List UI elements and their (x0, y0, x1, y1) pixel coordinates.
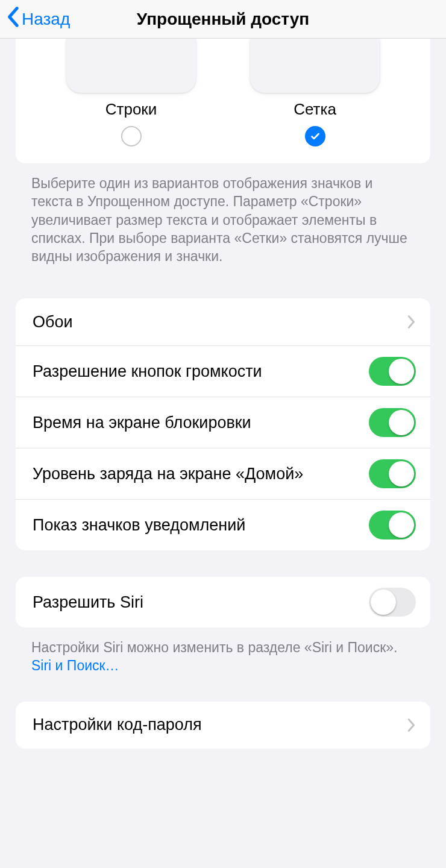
siri-settings-link[interactable]: Siri и Поиск… (31, 658, 119, 673)
layout-option-label: Строки (105, 100, 157, 119)
chevron-right-icon (407, 315, 416, 329)
layout-option-rows[interactable]: Строки (66, 39, 196, 146)
siri-group: Разрешить Siri (16, 577, 430, 627)
layout-option-label: Сетка (294, 100, 336, 119)
row-wallpaper[interactable]: Обои (16, 298, 430, 345)
layout-thumbnail-rows (66, 39, 196, 93)
layout-thumbnail-grid (250, 39, 380, 93)
back-label: Назад (22, 10, 70, 29)
radio-unchecked-icon[interactable] (121, 126, 142, 146)
layout-selector-footer: Выберите один из вариантов отображения з… (31, 174, 415, 266)
row-label: Настройки код-пароля (33, 715, 202, 734)
chevron-left-icon (6, 6, 19, 32)
row-label: Разрешить Siri (33, 593, 143, 612)
siri-footer: Настройки Siri можно изменить в разделе … (31, 638, 415, 675)
passcode-group: Настройки код-пароля (16, 702, 430, 749)
switch-notification-badges[interactable] (369, 511, 416, 539)
layout-selector-card: Строки Сетка (16, 39, 430, 163)
row-label: Разрешение кнопок громкости (33, 362, 262, 381)
row-label: Время на экране блокировки (33, 413, 251, 432)
row-notification-badges: Показ значков уведомлений (16, 499, 430, 550)
row-label: Уровень заряда на экране «Домой» (33, 464, 303, 483)
radio-checked-icon[interactable] (305, 126, 325, 146)
row-passcode-settings[interactable]: Настройки код-пароля (16, 702, 430, 749)
back-button[interactable]: Назад (0, 6, 70, 32)
switch-home-battery[interactable] (369, 459, 416, 488)
row-label: Обои (33, 312, 73, 332)
siri-footer-text: Настройки Siri можно изменить в разделе … (31, 640, 397, 655)
row-allow-siri: Разрешить Siri (16, 577, 430, 627)
row-label: Показ значков уведомлений (33, 515, 245, 535)
row-volume-buttons: Разрешение кнопок громкости (16, 345, 430, 397)
switch-lockscreen-time[interactable] (369, 408, 416, 437)
switch-volume-buttons[interactable] (369, 357, 416, 386)
chevron-right-icon (407, 718, 416, 732)
settings-group: Обои Разрешение кнопок громкости Время н… (16, 298, 430, 550)
layout-option-grid[interactable]: Сетка (250, 39, 380, 146)
navigation-bar: Назад Упрощенный доступ (0, 0, 446, 39)
row-home-battery: Уровень заряда на экране «Домой» (16, 448, 430, 499)
row-lockscreen-time: Время на экране блокировки (16, 397, 430, 448)
switch-allow-siri[interactable] (369, 588, 416, 617)
